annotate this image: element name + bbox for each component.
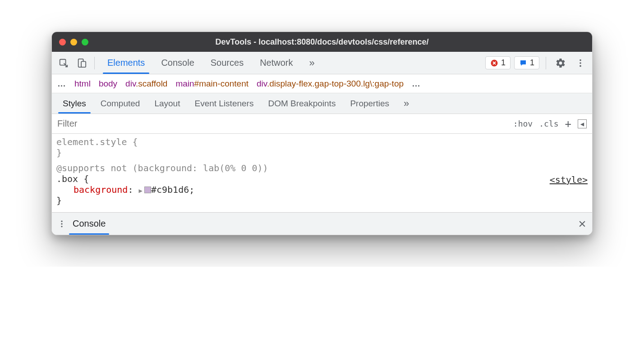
subtab-event-listeners[interactable]: Event Listeners <box>187 93 261 114</box>
tab-console[interactable]: Console <box>153 52 202 74</box>
styles-filter-input[interactable] <box>52 118 513 129</box>
subtab-dom-breakpoints[interactable]: DOM Breakpoints <box>261 93 343 114</box>
element-style-open[interactable]: element.style { <box>56 136 588 147</box>
drawer: Console <box>52 212 592 235</box>
breadcrumb-item[interactable]: div.display-flex.gap-top-300.lg\:gap-top <box>257 79 404 89</box>
tab-network[interactable]: Network <box>252 52 301 74</box>
svg-rect-2 <box>81 61 86 67</box>
toolbar-right: 1 1 <box>485 55 589 71</box>
tab-elements[interactable]: Elements <box>99 52 153 74</box>
source-link[interactable]: <style> <box>550 174 588 185</box>
at-supports[interactable]: @supports not (background: lab(0% 0 0)) <box>56 163 588 173</box>
svg-point-5 <box>580 62 581 64</box>
subtab-layout[interactable]: Layout <box>147 93 187 114</box>
breadcrumb-overflow-left[interactable]: … <box>57 79 66 89</box>
svg-point-8 <box>61 223 62 224</box>
css-rule: @supports not (background: lab(0% 0 0)) … <box>56 163 588 206</box>
close-drawer-icon[interactable] <box>578 219 587 228</box>
svg-point-4 <box>580 59 581 61</box>
hov-toggle[interactable]: :hov <box>513 119 533 128</box>
drawer-more-icon[interactable] <box>57 219 66 228</box>
cls-toggle[interactable]: .cls <box>539 119 558 128</box>
breadcrumb-item[interactable]: div.scaffold <box>125 79 167 89</box>
window-title: DevTools - localhost:8080/docs/devtools/… <box>52 37 592 47</box>
device-toolbar-icon[interactable] <box>74 55 90 71</box>
breadcrumb-overflow-right[interactable]: … <box>412 79 421 89</box>
styles-panel: element.style { } @supports not (backgro… <box>52 134 592 212</box>
dom-breadcrumb[interactable]: … html body div.scaffold main#main-conte… <box>52 74 592 93</box>
css-selector[interactable]: .box { <box>56 173 588 184</box>
more-menu-icon[interactable] <box>572 55 589 71</box>
minimize-window-button[interactable] <box>70 39 77 46</box>
color-swatch-icon[interactable] <box>144 187 151 193</box>
drawer-tab-console[interactable]: Console <box>66 213 112 235</box>
separator <box>94 57 95 69</box>
window-controls <box>59 39 88 46</box>
css-rule-close: } <box>56 195 588 206</box>
titlebar: DevTools - localhost:8080/docs/devtools/… <box>52 32 592 52</box>
errors-count: 1 <box>501 58 506 68</box>
more-tabs-icon[interactable]: » <box>301 52 323 74</box>
more-subtabs-icon[interactable]: » <box>396 93 416 114</box>
css-declaration[interactable]: background: ▶#c9b1d6; <box>56 184 588 195</box>
element-style-close: } <box>56 147 588 158</box>
svg-point-6 <box>580 65 581 67</box>
breadcrumb-item[interactable]: main#main-content <box>175 79 248 89</box>
main-toolbar: Elements Console Sources Network » 1 1 <box>52 52 592 74</box>
devtools-window: DevTools - localhost:8080/docs/devtools/… <box>51 32 593 235</box>
breadcrumb-item[interactable]: html <box>74 79 91 89</box>
zoom-window-button[interactable] <box>82 39 88 46</box>
settings-icon[interactable] <box>552 55 569 71</box>
messages-badge[interactable]: 1 <box>514 56 539 69</box>
subtab-properties[interactable]: Properties <box>343 93 396 114</box>
tab-sources[interactable]: Sources <box>202 52 252 74</box>
close-window-button[interactable] <box>59 39 66 46</box>
svg-point-9 <box>61 226 62 227</box>
messages-count: 1 <box>530 58 534 68</box>
css-property-value[interactable]: #c9b1d6 <box>151 184 189 195</box>
inspect-element-icon[interactable] <box>55 55 72 71</box>
errors-badge[interactable]: 1 <box>485 56 511 69</box>
separator <box>546 57 546 69</box>
main-tabs: Elements Console Sources Network » <box>99 52 483 74</box>
styles-filter-bar: :hov .cls + ◀ <box>52 114 592 134</box>
styles-subtabs: Styles Computed Layout Event Listeners D… <box>52 93 592 114</box>
subtab-computed[interactable]: Computed <box>93 93 147 114</box>
expand-shorthand-icon[interactable]: ▶ <box>139 187 143 194</box>
new-style-rule-button[interactable]: + <box>565 118 571 130</box>
svg-point-7 <box>61 220 62 222</box>
css-property-name[interactable]: background <box>74 184 128 195</box>
breadcrumb-item[interactable]: body <box>99 79 117 89</box>
toggle-sidebar-icon[interactable]: ◀ <box>578 119 587 128</box>
subtab-styles[interactable]: Styles <box>55 93 93 114</box>
